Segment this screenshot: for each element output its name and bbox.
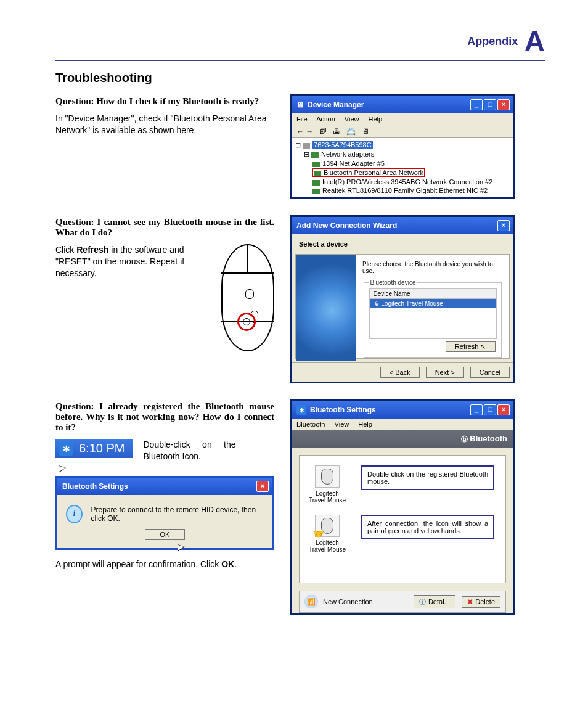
info-icon: i [66,505,83,523]
close-button[interactable]: × [256,481,269,492]
device-list: Device Name 🖱 Logitech Travel Mouse [369,288,497,339]
computer-icon: 🖥 [296,100,304,109]
bt-device-area: Logitech Travel Mouse Double-click on th… [299,455,506,583]
mouse-reset-highlight [237,313,256,331]
question-1: Question: How do I check if my Bluetooth… [55,96,274,107]
hint-text: Double-click on the Bluetooth Icon. [143,439,235,462]
callout-2: After connection, the icon will show a p… [361,515,494,539]
menu-help[interactable]: Help [358,420,372,428]
bluetooth-settings-window: ∗ Bluetooth Settings _ □ × Bluetooth Vie… [292,401,513,613]
question-2: Question: I cannot see my Bluetooth mous… [55,217,274,238]
qa-block-1: Question: How do I check if my Bluetooth… [55,96,545,197]
refresh-button[interactable]: Refresh ↖ [446,341,496,352]
tree-group[interactable]: Network adapters [321,150,374,158]
device-manager-window: 🖥 Device Manager _ □ × File Action View … [292,96,513,197]
wizard-titlebar: Add New Connection Wizard × [292,217,513,234]
device-label: Logitech Travel Mouse [307,490,348,504]
device-manager-tree: ⊟ 7623-5A794B598C ⊟ Network adapters 139… [292,138,513,197]
answer-1: In "Device Manager", check if "Bluetooth… [55,113,274,136]
menu-action[interactable]: Action [316,115,335,123]
delete-button[interactable]: ✖Delete [462,596,500,608]
adapter-icon [312,162,320,167]
qa-block-2: Question: I cannot see my Bluetooth mous… [55,217,545,382]
taskbar-bluetooth-icon[interactable]: ∗ 6:10 PM [55,439,133,458]
bluetooth-prompt-dialog: Bluetooth Settings × i Prepare to connec… [55,476,274,550]
connected-device[interactable]: 🤝 Logitech Travel Mouse [307,515,348,553]
menu-view[interactable]: View [345,115,359,123]
menu-file[interactable]: File [296,115,308,123]
ok-button[interactable]: OK [145,529,186,540]
new-connection-icon: 📶 [304,595,318,608]
tree-item[interactable]: 1394 Net Adapter #5 [322,160,385,167]
adapter-icon [314,171,321,176]
appendix-label: Appendix [467,35,518,47]
bt-footer: 📶 New Connection ⓘDetai... ✖Delete [299,591,506,613]
wizard-title: Add New Connection Wizard [296,221,397,230]
tree-item[interactable]: Intel(R) PRO/Wireless 3945ABG Network Co… [322,178,492,186]
bluetooth-icon: ∗ [59,442,73,456]
bt-settings-titlebar: ∗ Bluetooth Settings _ □ × [292,401,513,419]
tree-computer-node[interactable]: 7623-5A794B598C [312,141,373,149]
section-title: Troubleshooting [55,71,545,85]
mouse-diagram [221,244,274,351]
adapter-icon [312,180,320,186]
appendix-letter: A [525,25,545,57]
hands-icon: 🤝 [313,529,324,539]
close-button[interactable]: × [497,99,510,110]
bluetooth-icon: ∗ [296,405,306,415]
wizard-instruction: Please choose the Bluetooth device you w… [362,261,503,274]
menu-view[interactable]: View [335,420,349,428]
device-list-item[interactable]: 🖱 Logitech Travel Mouse [370,299,496,308]
device-label: Logitech Travel Mouse [307,539,348,553]
tree-item-bt[interactable]: Bluetooth Personal Area Network [324,169,423,176]
mouse-switch-icon [245,289,254,299]
back-button[interactable]: < Back [380,367,420,378]
device-list-header: Device Name [370,289,496,299]
connection-wizard-window: Add New Connection Wizard × Select a dev… [292,217,513,382]
device-manager-toolbar: ← → 🗊 🖶 📇 🖥 [292,125,513,138]
bt-settings-title: Bluetooth Settings [310,406,376,414]
maximize-button[interactable]: □ [484,404,496,415]
pc-icon [303,143,310,149]
next-button[interactable]: Next > [426,367,464,378]
prompt-title: Bluetooth Settings [62,482,128,491]
network-adapter-icon [311,152,319,158]
close-button[interactable]: × [497,404,510,415]
new-connection-button[interactable]: 📶 New Connection [304,595,373,608]
registered-device[interactable]: Logitech Travel Mouse [307,465,348,504]
maximize-button[interactable]: □ [484,99,496,110]
minimize-button[interactable]: _ [470,99,483,110]
mouse-icon [321,469,333,485]
wizard-legend: Bluetooth device [369,279,417,286]
device-manager-title: Device Manager [308,100,364,109]
callout-1: Double-click on the registered Bluetooth… [361,465,494,490]
page-header: Appendix A [55,25,545,61]
device-manager-titlebar: 🖥 Device Manager _ □ × [292,96,513,113]
menu-help[interactable]: Help [369,115,383,123]
confirm-text: A prompt will appear for confirmation. C… [55,559,274,570]
document-page: Appendix A Troubleshooting Question: How… [0,0,588,677]
bt-settings-menubar: Bluetooth View Help [292,419,513,430]
minimize-button[interactable]: _ [470,404,483,415]
close-button[interactable]: × [497,220,510,231]
wizard-subtitle: Select a device [292,234,513,254]
device-manager-menubar: File Action View Help [292,113,513,125]
qa-block-3: Question: I already registered the Bluet… [55,401,545,620]
question-3: Question: I already registered the Bluet… [55,401,274,433]
prompt-message: Prepare to connect to the remote HID dev… [91,505,261,523]
wizard-hero-image [296,255,356,361]
answer-2: Click Refresh in the software and "RESET… [55,244,205,351]
tree-item[interactable]: Realtek RTL8169/8110 Family Gigabit Ethe… [322,187,488,194]
wizard-button-bar: < Back Next > Cancel [292,362,513,382]
menu-bluetooth[interactable]: Bluetooth [296,420,325,428]
taskbar-time: 6:10 PM [79,441,125,456]
bt-band: ⓑ Bluetooth [292,430,513,448]
adapter-icon [312,189,320,194]
detail-button[interactable]: ⓘDetai... [414,595,455,608]
cancel-button[interactable]: Cancel [470,367,510,378]
